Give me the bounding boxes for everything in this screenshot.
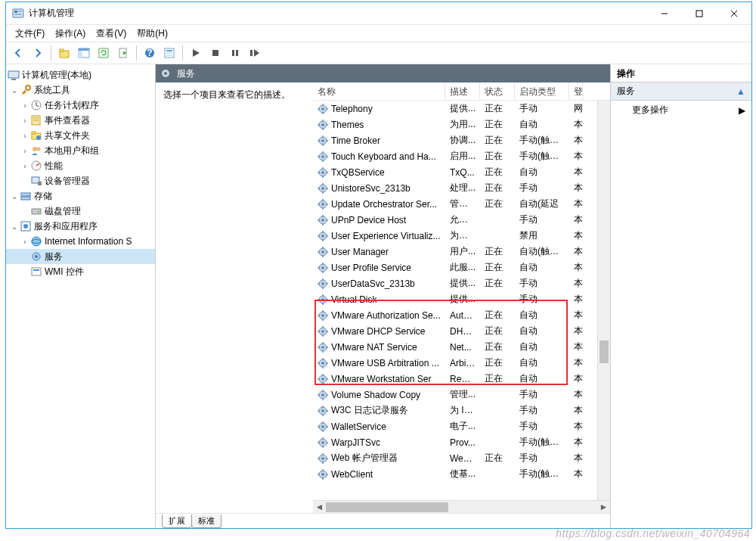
tree-root[interactable]: 计算机管理(本地) — [6, 67, 155, 82]
service-row[interactable]: Virtual Disk提供...手动本 — [313, 291, 610, 307]
twisty-closed-icon[interactable]: › — [20, 132, 30, 140]
service-desc: Rem... — [445, 374, 480, 384]
back-button[interactable] — [9, 44, 27, 62]
start-service-button[interactable] — [187, 44, 205, 62]
service-name: Time Broker — [331, 135, 380, 146]
export-list-button[interactable] — [114, 44, 132, 62]
stop-service-button[interactable] — [206, 44, 225, 62]
service-row[interactable]: User Experience Virtualiz...为应 ...禁用本 — [313, 228, 610, 244]
service-desc: 管理 ... — [445, 197, 480, 210]
service-desc: 电子... — [445, 420, 480, 433]
show-hide-tree-button[interactable] — [75, 44, 93, 62]
tree-local-users[interactable]: › 本地用户和组 — [6, 143, 155, 158]
pause-service-button[interactable] — [226, 44, 244, 62]
service-row[interactable]: WarpJITSvcProv...手动(触发...本 — [313, 434, 610, 450]
tree-system-tools[interactable]: ⌄ 系统工具 — [6, 82, 155, 98]
service-startup: 手动 — [515, 293, 569, 306]
forward-button[interactable] — [29, 44, 47, 62]
service-row[interactable]: User Manager用户...正在自动(触发...本 — [313, 244, 610, 260]
scroll-right-icon[interactable]: ► — [597, 501, 610, 514]
tree-storage[interactable]: ⌄ 存储 — [6, 188, 155, 204]
tree-disk-mgmt[interactable]: 磁盘管理 — [6, 204, 155, 219]
service-startup: 手动 — [515, 182, 569, 194]
menu-view[interactable]: 查看(V) — [91, 26, 131, 42]
twisty-open-icon[interactable]: ⌄ — [9, 222, 20, 231]
svg-point-169 — [321, 409, 324, 412]
service-row[interactable]: Update Orchestrator Ser...管理 ...正在自动(延迟本 — [313, 196, 610, 212]
tree-shared-folders[interactable]: › 共享文件夹 — [6, 128, 155, 143]
service-startup: 自动 — [515, 309, 569, 322]
service-name: WarpJITSvc — [331, 437, 380, 448]
col-desc[interactable]: 描述 — [445, 82, 480, 100]
wmi-icon — [30, 266, 42, 278]
col-status[interactable]: 状态 — [480, 82, 515, 100]
service-row[interactable]: User Profile Service此服...正在自动本 — [313, 260, 610, 275]
service-row[interactable]: Themes为用...正在自动本 — [313, 117, 610, 132]
tree-iis[interactable]: › Internet Information S — [6, 234, 155, 249]
properties-button[interactable] — [160, 44, 178, 62]
twisty-closed-icon[interactable]: › — [20, 147, 30, 155]
tree-device-manager[interactable]: 设备管理器 — [6, 173, 155, 188]
service-row[interactable]: W3C 日志记录服务为 In...手动本 — [313, 403, 610, 418]
twisty-closed-icon[interactable]: › — [20, 162, 30, 170]
service-desc: Net... — [445, 342, 480, 353]
col-logon[interactable]: 登 — [569, 82, 583, 100]
service-name: WalletService — [331, 421, 386, 432]
scroll-left-icon[interactable]: ◄ — [313, 501, 326, 514]
tree-performance[interactable]: › 性能 — [6, 158, 155, 173]
actions-section[interactable]: 服务 ▲ — [611, 82, 751, 101]
twisty-closed-icon[interactable]: › — [20, 101, 30, 110]
service-row[interactable]: VMware Authorization Se...Auth...正在自动本 — [313, 307, 610, 323]
services-list[interactable]: Telephony提供...正在手动网Themes为用...正在自动本Time … — [313, 101, 610, 500]
service-row[interactable]: WebClient使基...手动(触发...本 — [313, 466, 610, 482]
app-icon — [12, 8, 24, 20]
col-name[interactable]: 名称 — [313, 82, 445, 100]
twisty-closed-icon[interactable]: › — [20, 117, 30, 125]
service-row[interactable]: Web 帐户管理器Web...正在手动本 — [313, 450, 610, 466]
tree-wmi[interactable]: WMI 控件 — [6, 264, 155, 279]
service-name: Volume Shadow Copy — [331, 390, 420, 400]
maximize-button[interactable] — [682, 2, 717, 25]
service-row[interactable]: UnistoreSvc_2313b处理...正在手动本 — [313, 180, 610, 196]
vertical-scrollbar[interactable] — [597, 101, 610, 500]
twisty-closed-icon[interactable]: › — [20, 238, 30, 246]
service-status: 正在 — [480, 261, 515, 274]
menu-help[interactable]: 帮助(H) — [132, 26, 172, 42]
col-startup[interactable]: 启动类型 — [515, 82, 569, 100]
svg-point-193 — [321, 473, 324, 476]
up-button[interactable] — [55, 44, 73, 62]
service-row[interactable]: Telephony提供...正在手动网 — [313, 101, 610, 117]
restart-service-button[interactable] — [246, 44, 264, 62]
tree-label: Internet Information S — [45, 236, 132, 247]
service-row[interactable]: UPnP Device Host允许 ...手动本 — [313, 212, 610, 228]
tree-services-apps[interactable]: ⌄ 服务和应用程序 — [6, 219, 155, 234]
actions-more[interactable]: 更多操作 ▶ — [611, 101, 751, 120]
help-button[interactable]: ? — [141, 44, 159, 62]
tab-extended[interactable]: 扩展 — [162, 515, 192, 528]
service-row[interactable]: Touch Keyboard and Ha...启用...正在手动(触发...本 — [313, 148, 610, 164]
service-row[interactable]: Time Broker协调...正在手动(触发...本 — [313, 132, 610, 148]
tree-services[interactable]: 服务 — [6, 249, 155, 264]
close-button[interactable] — [717, 2, 751, 25]
tab-standard[interactable]: 标准 — [191, 515, 222, 528]
service-status: 正在 — [480, 325, 515, 337]
service-row[interactable]: UserDataSvc_2313b提供...正在手动本 — [313, 275, 610, 291]
service-row[interactable]: VMware NAT ServiceNet...正在自动本 — [313, 339, 610, 355]
twisty-open-icon[interactable]: ⌄ — [9, 192, 20, 201]
service-row[interactable]: VMware Workstation SerRem...正在自动本 — [313, 371, 610, 387]
menu-file[interactable]: 文件(F) — [11, 26, 49, 42]
service-row[interactable]: VMware USB Arbitration ...Arbit...正在自动本 — [313, 355, 610, 371]
twisty-open-icon[interactable]: ⌄ — [9, 86, 20, 95]
refresh-button[interactable] — [94, 44, 113, 62]
svg-point-145 — [321, 346, 324, 349]
tree-task-scheduler[interactable]: › 任务计划程序 — [6, 98, 155, 113]
menu-action[interactable]: 操作(A) — [51, 26, 90, 42]
service-row[interactable]: Volume Shadow Copy管理...手动本 — [313, 387, 610, 403]
service-row[interactable]: TxQBServiceTxQ...正在自动本 — [313, 164, 610, 180]
svg-rect-39 — [38, 182, 42, 185]
minimize-button[interactable] — [647, 2, 682, 25]
tree-event-viewer[interactable]: › 事件查看器 — [6, 113, 155, 128]
horizontal-scrollbar[interactable]: ◄ ► — [313, 500, 610, 513]
service-row[interactable]: WalletService电子...手动本 — [313, 418, 610, 434]
service-row[interactable]: VMware DHCP ServiceDHC...正在自动本 — [313, 323, 610, 339]
